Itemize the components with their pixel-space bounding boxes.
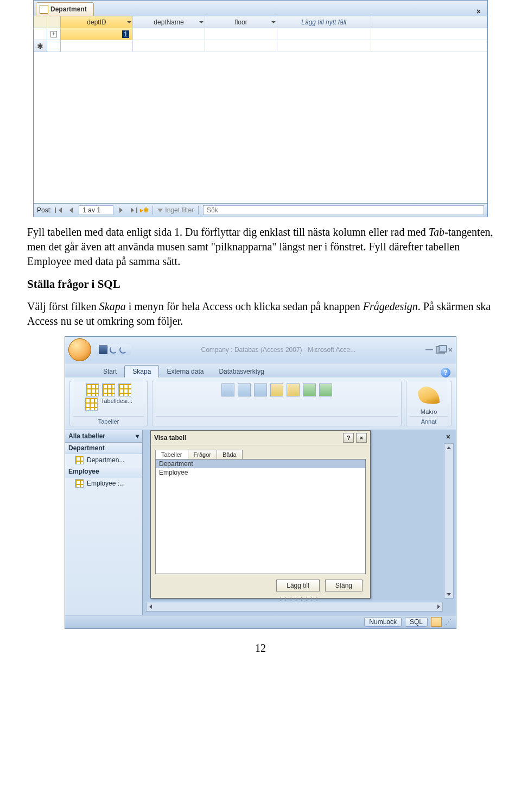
expand-button[interactable]: + (47, 28, 61, 40)
nav-position[interactable]: 1 av 1 (79, 205, 113, 215)
dialog-help-button[interactable]: ? (343, 433, 354, 443)
nav-next-button[interactable] (117, 206, 125, 215)
scroll-down-icon[interactable] (444, 590, 453, 598)
resize-grip-icon[interactable]: ⋰ (445, 618, 452, 626)
table-tab-department[interactable]: Department (36, 2, 94, 16)
row-selector[interactable] (34, 28, 47, 40)
list-item-department[interactable]: Department (156, 459, 365, 468)
query-icon[interactable] (303, 383, 316, 396)
close-icon[interactable]: × (472, 7, 485, 16)
nav-search[interactable]: Sök (203, 205, 484, 215)
nav-new-button[interactable]: ▸✱ (141, 206, 148, 214)
form-icon[interactable] (238, 383, 251, 396)
navpane-item-department[interactable]: Departmen... (65, 454, 142, 466)
redo-icon[interactable] (119, 346, 127, 354)
dropdown-icon[interactable] (127, 20, 131, 24)
undo-icon[interactable] (110, 346, 117, 354)
dropdown-icon[interactable] (271, 20, 276, 24)
minimize-button[interactable] (425, 349, 433, 350)
help-button[interactable]: ? (441, 368, 450, 377)
vertical-scrollbar[interactable] (444, 443, 454, 599)
dialog-tab-fragor[interactable]: Frågor (188, 450, 217, 459)
table-templates-icon[interactable] (102, 383, 115, 396)
datasheet-window: Department × deptID deptName floor (33, 0, 488, 217)
cell[interactable] (61, 40, 133, 52)
cell[interactable] (277, 40, 371, 52)
cell-floor[interactable] (205, 28, 277, 40)
view-design-icon[interactable] (431, 617, 442, 627)
sharepoint-icon[interactable] (118, 383, 131, 396)
cell-blank[interactable] (277, 28, 371, 40)
dialog-body: Tabeller Frågor Båda Department Employee… (151, 445, 370, 598)
nav-first-button[interactable] (55, 206, 63, 215)
tab-skapa[interactable]: Skapa (124, 365, 159, 377)
table-icon (75, 479, 84, 488)
nav-prev-button[interactable] (67, 206, 75, 215)
ribbon-tabs: Start Skapa Externa data Databasverktyg … (65, 363, 456, 377)
ribbon-group-annat: Makro Annat (406, 381, 452, 426)
cell-deptid[interactable]: 1 (61, 28, 133, 40)
star-icon: ✱ (37, 42, 43, 51)
table-icon[interactable] (85, 398, 98, 411)
restore-button[interactable] (436, 346, 445, 354)
report-icon[interactable] (270, 383, 283, 396)
close-button[interactable]: Stäng (325, 580, 363, 591)
ribbon-group-middle (152, 381, 402, 426)
col-header-floor[interactable]: floor (205, 16, 277, 28)
close-icon[interactable]: × (446, 432, 450, 441)
report-icon[interactable] (287, 383, 300, 396)
expand-header[interactable] (47, 16, 61, 28)
view-sql-button[interactable]: SQL (405, 617, 428, 627)
table-icon (40, 5, 48, 14)
page-number: 12 (27, 642, 494, 654)
list-item-employee[interactable]: Employee (156, 468, 365, 477)
tab-start[interactable]: Start (96, 366, 124, 377)
tab-databasverktyg[interactable]: Databasverktyg (211, 366, 271, 377)
dialog-titlebar[interactable]: Visa tabell ? × (151, 431, 370, 445)
query-design-icon[interactable] (319, 383, 332, 396)
show-table-dialog: Visa tabell ? × Tabeller Frågor Båda (150, 430, 371, 599)
group-caption: Annat (410, 416, 448, 425)
macro-label: Makro (421, 408, 437, 415)
add-field-column[interactable]: Lägg till nytt fält (277, 16, 371, 28)
add-button[interactable]: Lägg till (276, 580, 319, 591)
quick-access-toolbar (94, 344, 131, 355)
col-header-deptid[interactable]: deptID (61, 16, 133, 28)
expand-placeholder (47, 40, 61, 52)
window-title: Company : Databas (Access 2007) - Micros… (131, 346, 425, 354)
dialog-tab-tabeller[interactable]: Tabeller (155, 450, 188, 459)
new-row-selector[interactable]: ✱ (34, 40, 47, 52)
scroll-left-icon[interactable] (147, 605, 154, 609)
splitter-grip[interactable]: : : : : : : : : (280, 596, 319, 602)
macro-icon[interactable] (418, 383, 440, 405)
group-caption: Tabeller (73, 416, 144, 425)
dialog-buttons: Lägg till Stäng (155, 574, 366, 594)
tabelldesign-label[interactable]: Tabelldesi... (101, 398, 132, 411)
cell[interactable] (133, 40, 205, 52)
navpane-group-employee[interactable]: Employee (65, 466, 142, 477)
cell-deptname[interactable] (133, 28, 205, 40)
dialog-list[interactable]: Department Employee (155, 459, 366, 574)
corner-cell[interactable] (34, 16, 47, 28)
horizontal-scrollbar[interactable] (146, 602, 443, 612)
nav-last-button[interactable] (129, 206, 137, 215)
save-icon[interactable] (99, 345, 107, 354)
scroll-up-icon[interactable] (444, 444, 453, 451)
dropdown-icon[interactable] (199, 20, 204, 24)
dialog-tab-bada[interactable]: Båda (217, 450, 243, 459)
form-icon[interactable] (221, 383, 234, 396)
dialog-close-button[interactable]: × (356, 433, 367, 443)
scroll-right-icon[interactable] (435, 605, 442, 609)
table-icon[interactable] (86, 383, 99, 396)
cell-blank (371, 28, 487, 40)
form-icon[interactable] (254, 383, 267, 396)
navpane-header[interactable]: Alla tabeller ▾ (65, 430, 142, 443)
navpane-group-department[interactable]: Department (65, 443, 142, 454)
close-button[interactable]: × (448, 345, 453, 354)
navpane-item-employee[interactable]: Employee :... (65, 477, 142, 489)
nav-filter[interactable]: Inget filter (157, 206, 194, 214)
tab-externa-data[interactable]: Externa data (159, 366, 211, 377)
office-button[interactable] (68, 338, 91, 361)
col-header-deptname[interactable]: deptName (133, 16, 205, 28)
cell[interactable] (205, 40, 277, 52)
